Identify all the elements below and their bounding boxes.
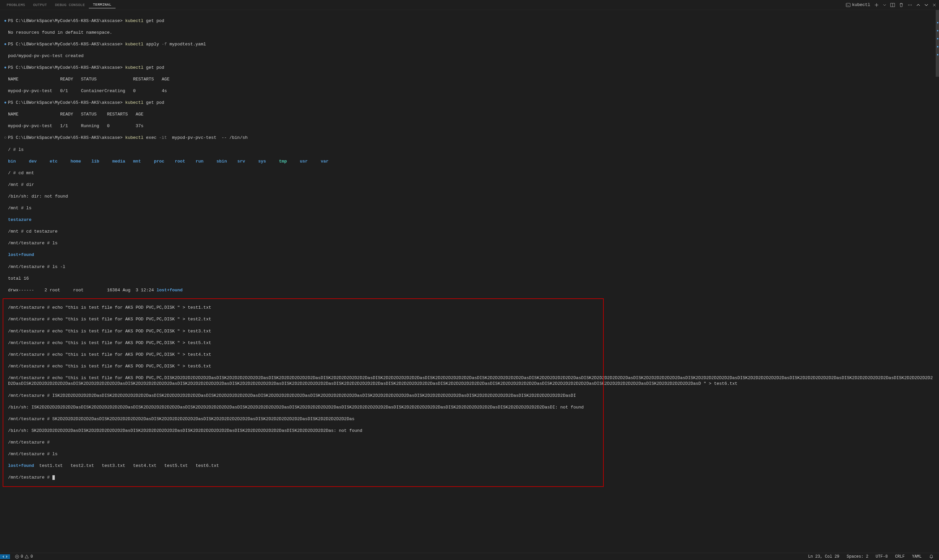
error-line: /bin/sh: SK2D2D2D2D2D2D2DasDISK2D2D2D2D2… bbox=[4, 428, 935, 434]
minimap-markers bbox=[937, 20, 939, 55]
language-status[interactable]: YAML bbox=[911, 554, 923, 559]
remote-icon bbox=[3, 554, 7, 559]
shell-line: / # cd mnt bbox=[4, 170, 935, 176]
output-line: No resources found in default namespace. bbox=[4, 30, 935, 36]
warning-icon bbox=[25, 554, 29, 559]
shell-line: /mnt # cd testazure bbox=[4, 229, 935, 235]
table-header: NAME READY STATUS RESTARTS AGE bbox=[4, 77, 935, 82]
split-icon bbox=[890, 3, 895, 7]
dir-entry: lost+found bbox=[8, 252, 34, 257]
close-panel-button[interactable] bbox=[932, 3, 936, 7]
terminal-icon bbox=[846, 3, 851, 7]
tab-output[interactable]: OUTPUT bbox=[29, 2, 51, 8]
kill-terminal-button[interactable] bbox=[899, 3, 904, 7]
shell-line: /mnt/testazure # SK2D2D2D2D2D2D2DasDISK2… bbox=[4, 416, 935, 422]
shell-line: /mnt/testazure # echo "this is test file… bbox=[4, 375, 935, 387]
svg-point-4 bbox=[910, 4, 910, 5]
error-line: /bin/sh: ISK2D2D2D2D2D2D2DasDISK2D2D2D2D… bbox=[4, 405, 935, 411]
ellipsis-icon bbox=[908, 3, 912, 7]
statusbar: 0 0 Ln 23, Col 29 Spaces: 2 UTF-8 CRLF Y… bbox=[0, 553, 939, 560]
new-terminal-button[interactable] bbox=[874, 3, 879, 7]
shell-selector[interactable]: kubectl bbox=[846, 2, 870, 7]
encoding-status[interactable]: UTF-8 bbox=[874, 554, 889, 559]
cursor bbox=[52, 475, 55, 480]
shell-label: kubectl bbox=[852, 2, 870, 7]
svg-point-5 bbox=[911, 4, 911, 5]
terminal-output[interactable]: ●PS C:\LBWorkSpace\MyCode\65-K8S-AKS\aks… bbox=[0, 10, 939, 553]
error-line: /bin/sh: dir: not found bbox=[4, 194, 935, 200]
eol-status[interactable]: CRLF bbox=[894, 554, 906, 559]
output-line: pod/mypod-pv-pvc-test created bbox=[4, 53, 935, 59]
cursor-position[interactable]: Ln 23, Col 29 bbox=[807, 554, 841, 559]
split-terminal-button[interactable] bbox=[890, 3, 895, 7]
tab-debug-console[interactable]: DEBUG CONSOLE bbox=[51, 2, 89, 8]
terminal-dropdown[interactable] bbox=[883, 3, 886, 7]
notifications-button[interactable] bbox=[928, 554, 935, 559]
plus-icon bbox=[874, 3, 879, 7]
remote-indicator[interactable] bbox=[0, 554, 10, 559]
table-row: mypod-pv-pvc-test 0/1 ContainerCreating … bbox=[4, 88, 935, 94]
hide-panel-button[interactable] bbox=[924, 3, 928, 7]
panel-actions: kubectl bbox=[846, 2, 936, 7]
svg-rect-0 bbox=[846, 3, 850, 7]
close-icon bbox=[932, 3, 936, 7]
output-line: total 16 bbox=[4, 276, 935, 282]
panel-tabs-bar: PROBLEMS OUTPUT DEBUG CONSOLE TERMINAL k… bbox=[0, 0, 939, 10]
shell-line: /mnt/testazure # bbox=[4, 440, 935, 446]
chevron-down-icon bbox=[924, 3, 928, 7]
maximize-panel-button[interactable] bbox=[916, 3, 920, 7]
dir-entry: testazure bbox=[8, 217, 31, 222]
more-actions-button[interactable] bbox=[908, 3, 912, 7]
trash-icon bbox=[899, 3, 904, 7]
table-header: NAME READY STATUS RESTARTS AGE bbox=[4, 111, 935, 117]
dir-listing: bin dev etc home lib media mnt proc root… bbox=[4, 158, 935, 165]
bell-icon bbox=[929, 554, 934, 559]
table-row: mypod-pv-pvc-test 1/1 Running 0 37s bbox=[4, 123, 935, 129]
chevron-up-icon bbox=[916, 3, 920, 7]
problems-counter[interactable]: 0 0 bbox=[13, 554, 34, 559]
svg-point-3 bbox=[908, 4, 909, 5]
shell-line: /mnt/testazure # ISK2D2D2D2D2D2D2DasDISK… bbox=[4, 393, 935, 399]
indentation-status[interactable]: Spaces: 2 bbox=[845, 554, 870, 559]
tab-problems[interactable]: PROBLEMS bbox=[3, 2, 29, 8]
tab-terminal[interactable]: TERMINAL bbox=[89, 2, 115, 8]
shell-line: /mnt/testazure # ls bbox=[4, 451, 935, 457]
chevron-down-icon bbox=[883, 3, 886, 7]
prompt: PS C:\LBWorkSpace\MyCode\65-K8S-AKS\aksc… bbox=[8, 18, 164, 23]
error-icon bbox=[15, 554, 19, 559]
